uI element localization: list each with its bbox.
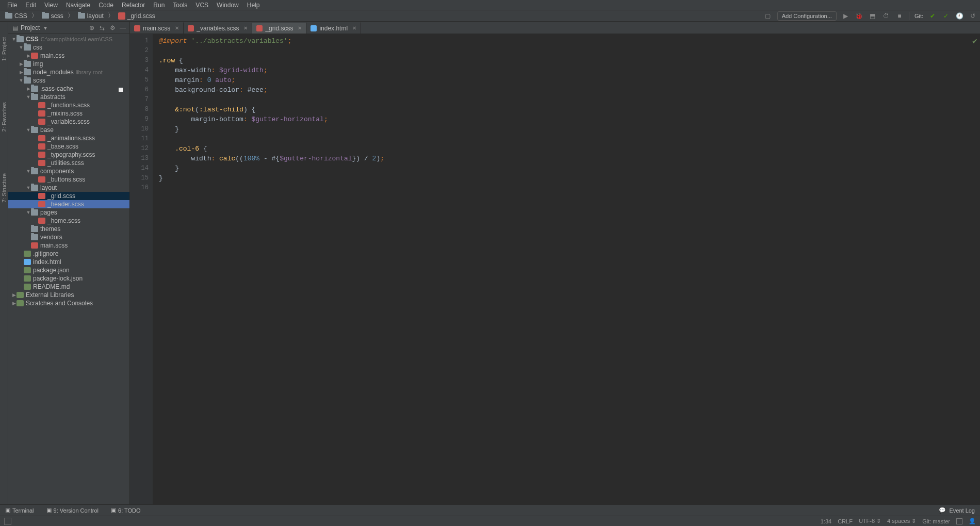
tree-css[interactable]: ▼CSSC:\xampp\htdocs\Learn\CSS bbox=[8, 35, 129, 43]
tree-img[interactable]: ▶img bbox=[8, 60, 129, 68]
tree-index-html[interactable]: index.html bbox=[8, 258, 129, 266]
crumb-2[interactable]: layout bbox=[76, 12, 106, 20]
sidebar-title[interactable]: Project bbox=[21, 24, 40, 31]
tool-window-icon[interactable] bbox=[4, 518, 11, 525]
profile-icon[interactable]: ⏱ bbox=[882, 12, 890, 20]
tree--functions-scss[interactable]: _functions.scss bbox=[8, 101, 129, 109]
code-line-9[interactable]: margin-bottom: $gutter-horizontal; bbox=[159, 114, 980, 124]
git-branch[interactable]: Git: master bbox=[922, 518, 950, 524]
tool-strip-structure[interactable]: 7: Structure bbox=[1, 173, 7, 203]
tool-strip-favorites[interactable]: 2: Favorites bbox=[1, 102, 7, 132]
tree--animations-scss[interactable]: _animations.scss bbox=[8, 134, 129, 142]
line-ending[interactable]: CRLF bbox=[838, 518, 853, 524]
run-config[interactable]: Add Configuration... bbox=[777, 11, 837, 21]
event-log[interactable]: Event Log bbox=[949, 507, 975, 514]
tree--gitignore[interactable]: .gitignore bbox=[8, 250, 129, 258]
toolwindow-terminal[interactable]: ▣Terminal bbox=[5, 507, 34, 514]
tab--grid-scss[interactable]: _grid.scss✕ bbox=[252, 22, 306, 34]
encoding[interactable]: UTF-8 ⇕ bbox=[859, 518, 881, 524]
code-line-6[interactable]: background-color: #eee; bbox=[159, 85, 980, 95]
crumb-1[interactable]: scss bbox=[40, 12, 66, 20]
menu-code[interactable]: Code bbox=[94, 1, 118, 10]
tree--typography-scss[interactable]: _typography.scss bbox=[8, 151, 129, 159]
menu-help[interactable]: Help bbox=[243, 1, 264, 10]
tree-css[interactable]: ▼css bbox=[8, 43, 129, 52]
tree--sass-cache[interactable]: ▶.sass-cache bbox=[8, 85, 129, 93]
tree-vendors[interactable]: vendors bbox=[8, 233, 129, 241]
code-line-15[interactable]: } bbox=[159, 173, 980, 183]
tree--mixins-scss[interactable]: _mixins.scss bbox=[8, 109, 129, 118]
tree-themes[interactable]: themes bbox=[8, 225, 129, 233]
code-line-16[interactable] bbox=[159, 183, 980, 193]
tab-main-scss[interactable]: main.scss✕ bbox=[130, 22, 184, 34]
git-history-icon[interactable]: 🕘 bbox=[955, 12, 963, 20]
stop-icon[interactable]: ■ bbox=[895, 12, 904, 20]
code-line-7[interactable] bbox=[159, 95, 980, 105]
dropdown-icon[interactable]: ▾ bbox=[42, 24, 49, 31]
menu-file[interactable]: File bbox=[3, 1, 21, 10]
close-icon[interactable]: ✕ bbox=[298, 25, 302, 31]
code-area[interactable]: @import '../abstracts/variables'; .row {… bbox=[153, 34, 980, 504]
tree-abstracts[interactable]: ▼abstracts bbox=[8, 93, 129, 101]
menu-refactor[interactable]: Refactor bbox=[118, 1, 149, 10]
menu-view[interactable]: View bbox=[40, 1, 62, 10]
hide-icon[interactable]: — bbox=[119, 24, 126, 31]
tree--utilities-scss[interactable]: _utilities.scss bbox=[8, 159, 129, 167]
project-view-icon[interactable]: ▤ bbox=[11, 24, 19, 31]
tree--grid-scss[interactable]: _grid.scss bbox=[8, 192, 129, 200]
tree--variables-scss[interactable]: _variables.scss bbox=[8, 118, 129, 126]
tree-package-lock-json[interactable]: package-lock.json bbox=[8, 274, 129, 283]
tab--variables-scss[interactable]: _variables.scss✕ bbox=[184, 22, 252, 34]
code-line-8[interactable]: &:not(:last-child) { bbox=[159, 105, 980, 114]
tree-components[interactable]: ▼components bbox=[8, 167, 129, 175]
tree-scratches-and-consoles[interactable]: ▶Scratches and Consoles bbox=[8, 299, 129, 307]
tool-strip-project[interactable]: 1: Project bbox=[1, 37, 7, 61]
crumb-0[interactable]: CSS bbox=[3, 12, 29, 20]
expand-icon[interactable]: ⇆ bbox=[99, 24, 106, 31]
git-update-icon[interactable]: ✔ bbox=[928, 12, 937, 20]
code-line-13[interactable]: width: calc((100% - #{$gutter-horizontal… bbox=[159, 154, 980, 163]
run-icon[interactable]: ▶ bbox=[842, 12, 850, 20]
coverage-icon[interactable]: ⬒ bbox=[869, 12, 877, 20]
inspector-icon[interactable]: 👤 bbox=[969, 518, 976, 524]
editor[interactable]: 12345678910111213141516 @import '../abst… bbox=[130, 34, 980, 504]
close-icon[interactable]: ✕ bbox=[352, 25, 356, 31]
tree-external-libraries[interactable]: ▶External Libraries bbox=[8, 291, 129, 299]
code-line-3[interactable]: .row { bbox=[159, 56, 980, 65]
git-revert-icon[interactable]: ↺ bbox=[969, 12, 977, 20]
tree-base[interactable]: ▼base bbox=[8, 126, 129, 134]
debug-icon[interactable]: 🐞 bbox=[855, 12, 863, 20]
tree-pages[interactable]: ▼pages bbox=[8, 208, 129, 217]
tree-scss[interactable]: ▼scss bbox=[8, 76, 129, 85]
tree-main-scss[interactable]: main.scss bbox=[8, 241, 129, 250]
code-line-5[interactable]: margin: 0 auto; bbox=[159, 75, 980, 85]
code-line-12[interactable]: .col-6 { bbox=[159, 144, 980, 154]
git-commit-icon[interactable]: ✓ bbox=[942, 12, 950, 20]
crumb-3[interactable]: _grid.scss bbox=[116, 12, 157, 20]
tree-package-json[interactable]: package.json bbox=[8, 266, 129, 274]
tree-readme-md[interactable]: README.md bbox=[8, 283, 129, 291]
code-line-4[interactable]: max-width: $grid-width; bbox=[159, 65, 980, 75]
menu-tools[interactable]: Tools bbox=[169, 1, 191, 10]
toolwindow-versioncontrol[interactable]: ▣9: Version Control bbox=[46, 507, 99, 514]
menu-vcs[interactable]: VCS bbox=[191, 1, 213, 10]
code-line-14[interactable]: } bbox=[159, 163, 980, 173]
tab-index-html[interactable]: index.html✕ bbox=[306, 22, 361, 34]
menu-run[interactable]: Run bbox=[149, 1, 169, 10]
indent[interactable]: 4 spaces ⇕ bbox=[887, 518, 916, 524]
readonly-icon[interactable] bbox=[956, 518, 962, 524]
project-tree[interactable]: ▼CSSC:\xampp\htdocs\Learn\CSS▼css▶main.c… bbox=[8, 34, 129, 504]
menu-edit[interactable]: Edit bbox=[21, 1, 40, 10]
tree--home-scss[interactable]: _home.scss bbox=[8, 217, 129, 225]
tree-main-css[interactable]: ▶main.css bbox=[8, 52, 129, 60]
tree--buttons-scss[interactable]: _buttons.scss bbox=[8, 175, 129, 184]
tree--header-scss[interactable]: _header.scss bbox=[8, 200, 129, 208]
event-log-icon[interactable]: 💬 bbox=[939, 507, 946, 514]
settings-icon[interactable]: ⚙ bbox=[109, 24, 116, 31]
code-line-2[interactable] bbox=[159, 46, 980, 56]
close-icon[interactable]: ✕ bbox=[243, 25, 248, 31]
code-line-10[interactable]: } bbox=[159, 124, 980, 134]
toolwindow-todo[interactable]: ▣6: TODO bbox=[111, 507, 141, 514]
tree-layout[interactable]: ▼layout bbox=[8, 184, 129, 192]
tree--base-scss[interactable]: _base.scss bbox=[8, 142, 129, 151]
